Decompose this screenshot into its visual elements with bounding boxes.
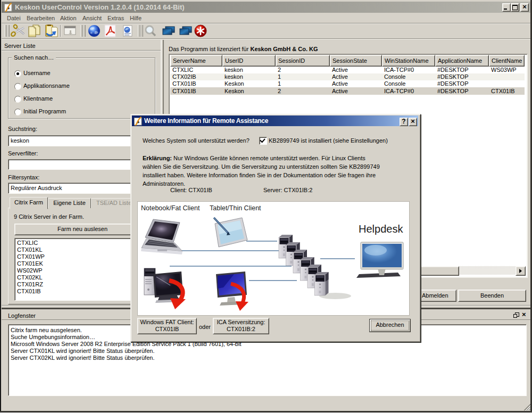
svg-text:Notebook/Fat Client: Notebook/Fat Client: [141, 204, 200, 212]
svg-text:Helpdesk: Helpdesk: [359, 223, 403, 235]
svg-text:Tablet/Thin Client: Tablet/Thin Client: [210, 204, 261, 212]
